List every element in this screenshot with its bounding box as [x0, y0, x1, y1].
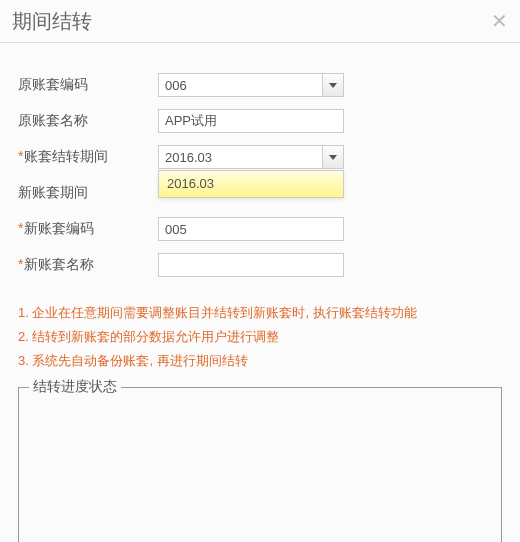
label-period: 账套结转期间	[18, 148, 158, 166]
row-period: 账套结转期间 2016.03	[18, 143, 502, 171]
status-group: 结转进度状态	[18, 387, 502, 542]
row-new-name: 新账套名称	[18, 251, 502, 279]
chevron-down-icon	[329, 155, 337, 160]
row-new-code: 新账套编码	[18, 215, 502, 243]
close-icon[interactable]: ✕	[491, 11, 508, 31]
orig-code-dropdown-btn[interactable]	[322, 73, 344, 97]
new-name-input[interactable]	[158, 253, 344, 277]
label-orig-code: 原账套编码	[18, 76, 158, 94]
note-line-3: 3. 系统先自动备份账套, 再进行期间结转	[18, 349, 502, 373]
notes: 1. 企业在任意期间需要调整账目并结转到新账套时, 执行账套结转功能 2. 结转…	[18, 301, 502, 373]
label-orig-name: 原账套名称	[18, 112, 158, 130]
period-input[interactable]	[158, 145, 322, 169]
label-new-period: 新账套期间	[18, 184, 158, 202]
chevron-down-icon	[329, 83, 337, 88]
new-code-input[interactable]	[158, 217, 344, 241]
orig-name-input[interactable]	[158, 109, 344, 133]
status-legend: 结转进度状态	[29, 378, 121, 396]
period-option-0[interactable]: 2016.03	[159, 171, 343, 197]
orig-code-combo[interactable]	[158, 73, 344, 97]
label-new-name: 新账套名称	[18, 256, 158, 274]
row-orig-code: 原账套编码	[18, 71, 502, 99]
svg-marker-0	[329, 83, 337, 88]
dialog-header: 期间结转 ✕	[0, 0, 520, 43]
note-line-1: 1. 企业在任意期间需要调整账目并结转到新账套时, 执行账套结转功能	[18, 301, 502, 325]
label-new-code: 新账套编码	[18, 220, 158, 238]
period-dropdown-btn[interactable]	[322, 145, 344, 169]
note-line-2: 2. 结转到新账套的部分数据允许用户进行调整	[18, 325, 502, 349]
period-combo[interactable]	[158, 145, 344, 169]
svg-marker-1	[329, 155, 337, 160]
period-dropdown[interactable]: 2016.03	[158, 170, 344, 198]
orig-code-input[interactable]	[158, 73, 322, 97]
form-area: 原账套编码 原账套名称 账套结转期间	[18, 71, 502, 279]
row-orig-name: 原账套名称	[18, 107, 502, 135]
period-carryover-dialog: 期间结转 ✕ 原账套编码 原账套名称 账套结转期间	[0, 0, 520, 542]
dialog-title: 期间结转	[12, 8, 92, 35]
